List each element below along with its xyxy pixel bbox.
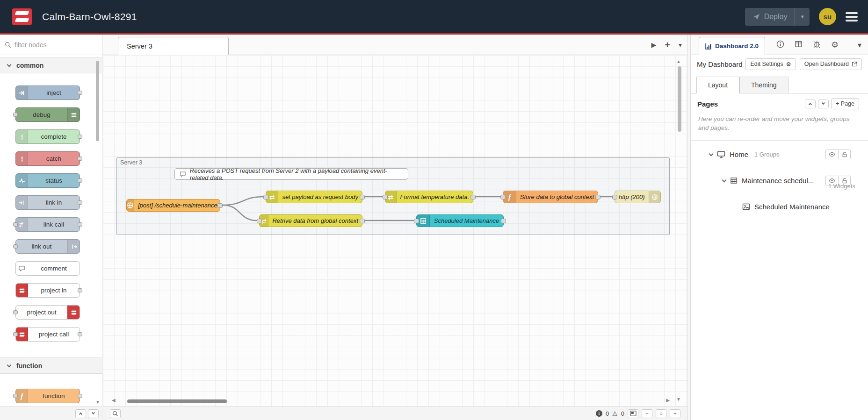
output-port[interactable]	[595, 195, 600, 199]
canvas-scroll-left-icon[interactable]: ◀	[112, 398, 116, 403]
node-change-format-temperature[interactable]: ⇄ Format temperature data.	[385, 191, 473, 203]
palette-node-link-out[interactable]: link out	[15, 239, 80, 254]
palette-node-function[interactable]: ƒ function	[15, 389, 80, 403]
open-dashboard-button[interactable]: Open Dashboard	[800, 58, 862, 70]
node-red-logo-icon	[12, 8, 32, 25]
navigator-toggle-button[interactable]	[628, 409, 638, 418]
canvas-scroll-right-icon[interactable]: ▶	[666, 398, 670, 403]
node-ui-table[interactable]: Scheduled Maintenance	[416, 214, 504, 227]
palette-items-function: ƒ function	[0, 374, 102, 403]
palette-collapse-all-button[interactable]	[75, 409, 86, 418]
sidebar-resize-handle[interactable]	[687, 35, 691, 420]
palette-node-project-out[interactable]: project out	[15, 305, 80, 320]
input-port[interactable]	[263, 195, 268, 199]
flow-tab-server-3[interactable]: Server 3	[118, 37, 229, 55]
add-page-button[interactable]: + Page	[831, 98, 859, 109]
user-avatar[interactable]: su	[819, 8, 836, 25]
search-icon	[5, 42, 11, 48]
deploy-button[interactable]: Deploy ▾	[745, 8, 810, 26]
tab-help[interactable]	[795, 40, 803, 50]
output-port[interactable]	[501, 219, 506, 223]
canvas-scroll-down-icon[interactable]: ▼	[676, 397, 681, 402]
node-label: [post] /schedule-maintenance	[134, 202, 221, 209]
tree-row-group-maintenance[interactable]: Maintenance schedul... 1 Widgets	[691, 173, 868, 188]
palette-scrollbar-thumb[interactable]	[96, 61, 99, 141]
palette-node-inject[interactable]: inject	[15, 85, 80, 100]
palette-node-project-in[interactable]: project in	[15, 283, 80, 298]
tab-theming[interactable]: Theming	[739, 77, 788, 93]
palette-node-debug[interactable]: debug	[15, 107, 80, 122]
edit-settings-button[interactable]: Edit Settings ⚙	[745, 58, 796, 70]
speech-bubble-icon	[16, 262, 28, 275]
node-http-in[interactable]: [post] /schedule-maintenance	[126, 199, 220, 212]
node-label: Format temperature data.	[397, 193, 473, 200]
palette-node-status[interactable]: status	[15, 173, 80, 188]
node-http-response[interactable]: http (200)	[615, 191, 661, 203]
palette-node-label: comment	[28, 265, 80, 272]
canvas-scroll-up-icon[interactable]: ▲	[676, 59, 681, 64]
palette-node-comment[interactable]: comment	[15, 261, 80, 276]
palette-node-label: inject	[28, 89, 80, 96]
visibility-toggle-button[interactable]	[825, 149, 838, 159]
zoom-out-button[interactable]: −	[642, 409, 652, 418]
palette-category-common[interactable]: common	[0, 57, 102, 73]
input-port[interactable]	[383, 195, 388, 199]
palette-scroll-down-icon[interactable]: ▼	[95, 399, 100, 405]
zoom-in-button[interactable]: +	[670, 409, 680, 418]
node-change-set-payload[interactable]: ⇄ set payload as request body	[266, 191, 362, 203]
caret-down-icon: ▾	[801, 13, 804, 20]
add-flow-button[interactable]: +	[665, 40, 670, 50]
canvas-vertical-scrollbar-thumb[interactable]	[678, 66, 681, 132]
input-port[interactable]	[257, 219, 262, 223]
expand-all-button[interactable]	[818, 100, 829, 108]
palette-expand-all-button[interactable]	[88, 409, 99, 418]
dashboard-tree: Home 1 Groups Maintenance schedul... 1 W…	[691, 140, 868, 214]
palette-node-link-in[interactable]: link in	[15, 195, 80, 210]
sidebar-tab-label: Dashboard 2.0	[715, 43, 759, 50]
tree-row-widget-scheduled-maintenance[interactable]: Scheduled Maintenance	[691, 199, 868, 214]
canvas-horizontal-scrollbar-thumb[interactable]	[127, 399, 227, 403]
deploy-options-caret[interactable]: ▾	[795, 8, 810, 26]
tab-debug[interactable]	[813, 40, 821, 50]
output-port[interactable]	[360, 219, 365, 223]
flow-canvas[interactable]: Server 3 Receives a POST request from Se…	[103, 55, 687, 406]
palette-filter-input[interactable]	[14, 41, 85, 49]
node-function-store-global[interactable]: ƒ Store data to global context	[503, 191, 598, 203]
flow-menu-caret[interactable]: ▾	[679, 41, 682, 49]
pulse-icon	[16, 174, 28, 187]
sidebar-menu-caret[interactable]: ▾	[858, 35, 861, 55]
input-port[interactable]	[500, 195, 506, 199]
navigator-icon	[630, 411, 637, 416]
flow-tab-label: Server 3	[127, 43, 152, 50]
tab-info[interactable]	[776, 40, 784, 50]
tab-dashboard-2[interactable]: Dashboard 2.0	[699, 37, 765, 55]
speech-bubble-icon	[180, 171, 186, 178]
flow-list-button[interactable]: ▶	[651, 41, 657, 49]
output-port[interactable]	[217, 203, 223, 208]
tree-row-page-home[interactable]: Home 1 Groups	[691, 147, 868, 162]
palette-node-catch[interactable]: catch	[15, 151, 80, 166]
node-comment[interactable]: Receives a POST request from Server 2 wi…	[174, 168, 408, 180]
tab-config[interactable]: ⚙	[831, 40, 839, 50]
output-port	[78, 288, 82, 292]
palette-node-project-call[interactable]: project call	[15, 327, 80, 342]
palette-node-link-call[interactable]: link call	[15, 217, 80, 232]
lock-toggle-button[interactable]	[838, 149, 851, 159]
project-in-icon	[16, 284, 28, 297]
palette-node-complete[interactable]: complete	[15, 129, 80, 144]
output-port[interactable]	[360, 195, 365, 199]
node-palette: common inject debug complete catch statu…	[0, 35, 102, 420]
input-port[interactable]	[612, 195, 617, 199]
group-label: Maintenance schedul...	[742, 177, 814, 185]
info-count: 0	[606, 410, 609, 417]
node-change-retrieve-global[interactable]: ⇄ Retrive data from global context	[259, 214, 362, 227]
tab-layout[interactable]: Layout	[696, 77, 739, 93]
output-port[interactable]	[470, 195, 476, 199]
palette-category-function[interactable]: function	[0, 357, 102, 374]
input-port[interactable]	[414, 219, 419, 223]
collapse-all-button[interactable]	[805, 100, 816, 108]
main-menu-button[interactable]	[846, 12, 858, 21]
search-icon	[112, 411, 118, 417]
canvas-search-button[interactable]	[110, 409, 121, 418]
zoom-reset-button[interactable]: ○	[656, 409, 666, 418]
